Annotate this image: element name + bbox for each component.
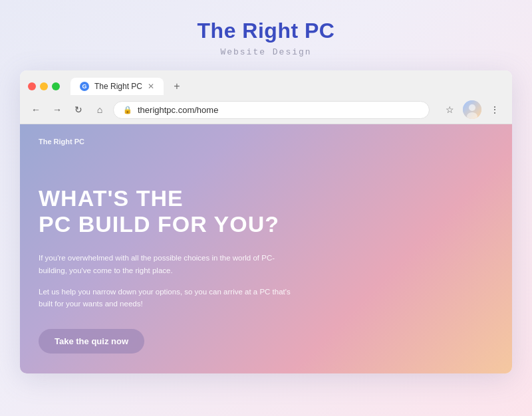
page-subtitle: Website Design — [198, 47, 335, 57]
lock-icon: 🔒 — [123, 106, 132, 114]
website-content: The Right PC WHAT'S THE PC BUILD FOR YOU… — [20, 124, 512, 373]
tab-label: The Right PC — [94, 82, 142, 91]
hero-description-2: Let us help you narrow down your options… — [39, 286, 298, 310]
svg-point-1 — [469, 104, 475, 111]
browser-window: G The Right PC ✕ + ← → ↻ ⌂ 🔒 therightpc.… — [20, 70, 512, 373]
traffic-light-yellow[interactable] — [40, 82, 48, 90]
tab-favicon: G — [80, 82, 89, 91]
traffic-light-green[interactable] — [52, 82, 60, 90]
reload-button[interactable]: ↻ — [70, 102, 86, 118]
tab-close-button[interactable]: ✕ — [148, 82, 154, 91]
page-header: The Right PC Website Design — [198, 0, 335, 65]
browser-address-bar: ← → ↻ ⌂ 🔒 therightpc.com/home ☆ — [20, 96, 512, 124]
browser-actions: ☆ ⋮ — [440, 100, 504, 119]
address-field[interactable]: 🔒 therightpc.com/home — [113, 101, 430, 119]
site-logo: The Right PC — [39, 138, 493, 146]
traffic-light-red[interactable] — [28, 82, 36, 90]
browser-menu-icon[interactable]: ⋮ — [485, 100, 504, 119]
profile-icon[interactable] — [463, 100, 481, 119]
page-title: The Right PC — [198, 19, 335, 43]
hero-headline: WHAT'S THE PC BUILD FOR YOU? — [39, 185, 318, 237]
home-button[interactable]: ⌂ — [92, 102, 108, 118]
hero-description-1: If you're overwhelmed with all the possi… — [39, 252, 298, 276]
url-text: therightpc.com/home — [138, 105, 218, 115]
new-tab-button[interactable]: + — [168, 77, 186, 96]
traffic-lights — [28, 82, 60, 90]
cta-button[interactable]: Take the quiz now — [39, 329, 144, 354]
browser-tabs-bar: G The Right PC ✕ + — [20, 70, 512, 96]
back-button[interactable]: ← — [28, 102, 44, 118]
forward-button[interactable]: → — [49, 102, 65, 118]
browser-chrome: G The Right PC ✕ + ← → ↻ ⌂ 🔒 therightpc.… — [20, 70, 512, 124]
bookmark-icon[interactable]: ☆ — [440, 100, 459, 119]
browser-tab-active[interactable]: G The Right PC ✕ — [70, 78, 164, 95]
